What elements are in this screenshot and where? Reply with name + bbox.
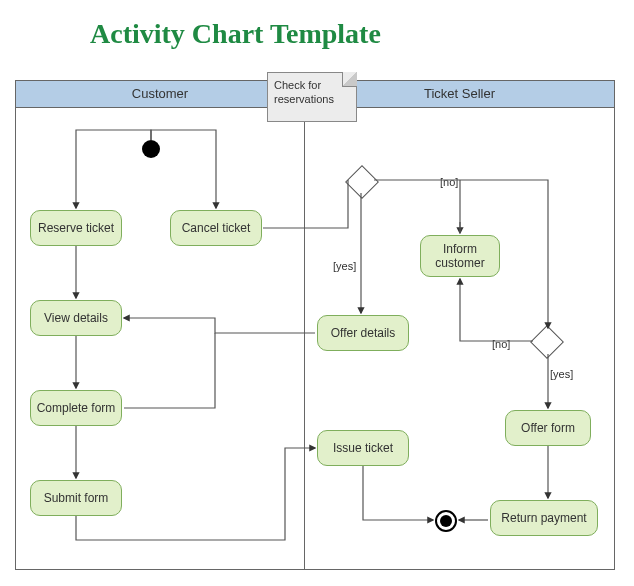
- page-title: Activity Chart Template: [90, 18, 381, 50]
- activity-diagram: Customer Ticket Seller Check for reserva…: [15, 80, 615, 575]
- connectors: [15, 80, 615, 575]
